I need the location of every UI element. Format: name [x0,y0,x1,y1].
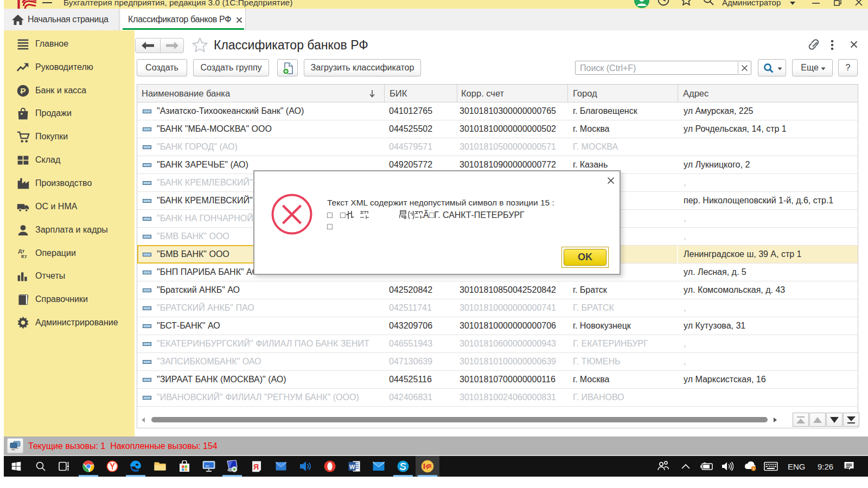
svg-text:Дт: Дт [18,248,25,254]
svg-text:Я: Я [253,463,259,471]
svg-text:Кт: Кт [21,253,27,259]
svg-text:len: len [206,464,209,467]
svg-text:!: ! [753,466,755,471]
svg-text:P: P [20,86,25,95]
svg-text:W: W [349,464,355,470]
